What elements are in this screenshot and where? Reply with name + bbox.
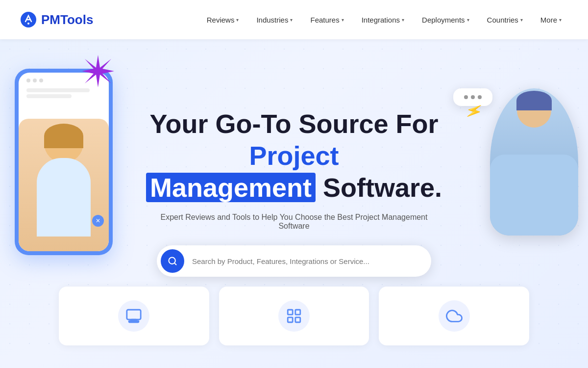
nav-item-industries: Industries ▾: [249, 12, 299, 28]
logo-icon: [20, 11, 37, 28]
hero-title-highlight: Management: [146, 173, 316, 202]
grid-icon: [286, 308, 302, 324]
card-icon-circle-3: [439, 300, 470, 332]
monitor-icon: [125, 308, 142, 324]
nav-item-countries: Countries ▾: [480, 12, 530, 28]
search-input[interactable]: [184, 257, 427, 265]
svg-rect-4: [127, 310, 141, 320]
nav-item-integrations: Integrations ▾: [355, 12, 411, 28]
chevron-icon: ▾: [290, 17, 293, 23]
nav-item-more: More ▾: [534, 12, 568, 28]
logo[interactable]: PMTools: [20, 11, 93, 28]
chevron-icon: ▾: [402, 17, 404, 23]
card-1: [59, 287, 209, 345]
nav-item-deployments: Deployments ▾: [415, 12, 476, 28]
chevron-icon: ▾: [467, 17, 469, 23]
card-icon-circle-1: [118, 300, 149, 332]
hero-subtitle: Expert Reviews and Tools to Help You Cho…: [147, 213, 441, 231]
cards-row: [29, 277, 559, 345]
svg-rect-8: [295, 310, 300, 315]
hero-title-part1: Your Go-To Source For: [150, 109, 439, 138]
card-2: [219, 287, 369, 345]
search-bar: [157, 245, 431, 277]
chevron-icon: ▾: [559, 17, 562, 23]
nav-link-integrations[interactable]: Integrations ▾: [355, 12, 411, 28]
hero-title-software: Software.: [323, 173, 442, 202]
hero-title: Your Go-To Source For Project Management…: [108, 108, 480, 203]
svg-point-1: [27, 23, 29, 25]
svg-rect-10: [295, 317, 300, 322]
nav-link-deployments[interactable]: Deployments ▾: [415, 12, 476, 28]
nav-link-reviews[interactable]: Reviews ▾: [200, 12, 246, 28]
card-icon-circle-2: [278, 300, 310, 332]
nav-links: Reviews ▾ Industries ▾ Features ▾ Integr…: [200, 12, 568, 28]
nav-link-countries[interactable]: Countries ▾: [480, 12, 530, 28]
svg-rect-6: [129, 321, 139, 322]
nav-item-features: Features ▾: [303, 12, 350, 28]
search-button[interactable]: [161, 249, 184, 273]
nav-link-features[interactable]: Features ▾: [303, 12, 350, 28]
card-3: [379, 287, 529, 345]
svg-line-3: [174, 263, 176, 265]
navbar: PMTools Reviews ▾ Industries ▾ Features …: [0, 0, 588, 39]
cloud-icon: [446, 308, 463, 324]
brand-name: PMTools: [41, 12, 93, 27]
svg-rect-9: [288, 317, 293, 322]
nav-link-industries[interactable]: Industries ▾: [249, 12, 299, 28]
nav-item-reviews: Reviews ▾: [200, 12, 246, 28]
hero-title-blue: Project: [249, 141, 339, 170]
search-icon: [168, 256, 177, 266]
chevron-icon: ▾: [236, 17, 239, 23]
chevron-icon: ▾: [520, 17, 523, 23]
chevron-icon: ▾: [342, 17, 344, 23]
nav-link-more[interactable]: More ▾: [534, 12, 568, 28]
hero-text-block: Your Go-To Source For Project Management…: [29, 59, 559, 277]
svg-rect-7: [288, 310, 293, 315]
hero-section: ✕ ⚡ Your Go-To Source For Project Manage…: [0, 39, 588, 355]
